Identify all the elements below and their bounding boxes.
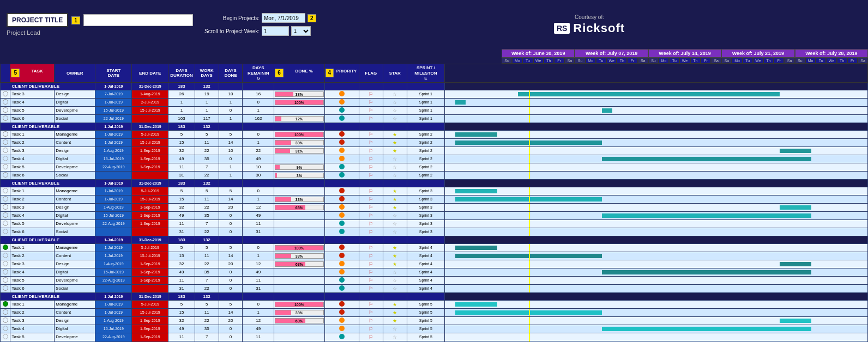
- today-line: [529, 139, 530, 146]
- task-wdays-cell: 11: [195, 138, 219, 146]
- star-icon: ★: [393, 261, 397, 267]
- check-circle[interactable]: [3, 309, 8, 315]
- gantt-bar: [780, 319, 811, 323]
- task-pct-cell: 31%: [274, 146, 324, 155]
- task-start-cell: 1-Jul-2019: [95, 98, 132, 106]
- task-end-cell: 1-Sep-2019: [132, 333, 168, 341]
- check-circle[interactable]: [3, 156, 8, 161]
- task-dur-cell: 32: [168, 146, 195, 155]
- check-circle[interactable]: [3, 139, 8, 145]
- day-cell: Fr: [774, 58, 784, 64]
- check-circle[interactable]: [3, 212, 8, 218]
- task-name-cell: Task 4: [10, 268, 55, 276]
- check-circle[interactable]: [3, 245, 8, 250]
- check-circle[interactable]: [3, 99, 8, 105]
- today-line: [529, 309, 530, 316]
- task-wdays-cell: 19: [195, 90, 219, 98]
- priority-dot: [339, 107, 345, 113]
- check-circle[interactable]: [3, 188, 8, 193]
- today-line: [529, 90, 530, 98]
- priority-dot: [339, 91, 345, 96]
- task-star-cell: ☆: [383, 163, 407, 171]
- col-rem: DAYSREMAINING: [243, 64, 274, 83]
- task-owner-cell: Digital: [55, 268, 95, 276]
- task-owner-cell: Content: [55, 195, 95, 203]
- check-circle[interactable]: [3, 172, 8, 178]
- scroll-select[interactable]: 123: [291, 26, 311, 36]
- check-circle[interactable]: [3, 164, 8, 169]
- task-owner-cell: Content: [55, 252, 95, 260]
- check-circle[interactable]: [3, 148, 8, 153]
- task-gantt-cell: [445, 130, 868, 138]
- flag-icon: ⚐: [369, 108, 373, 113]
- main-table-wrapper[interactable]: 5 TASK OWNER STARTDATE END DATE DAYSDURA…: [0, 64, 868, 342]
- check-circle[interactable]: [3, 221, 8, 226]
- week-cell-1: Week of: July 07, 2019: [575, 49, 648, 58]
- task-dur-cell: 5: [168, 130, 195, 138]
- check-circle[interactable]: [3, 285, 8, 291]
- task-star-cell: ★: [383, 252, 407, 260]
- check-circle[interactable]: [3, 334, 8, 339]
- begin-projects-label: Begin Projects:: [200, 15, 260, 21]
- check-circle[interactable]: [3, 253, 8, 258]
- task-wdays-cell: 7: [195, 333, 219, 341]
- progress-bar: 3%: [275, 173, 323, 178]
- task-flag-cell: ⚐: [359, 276, 383, 284]
- check-circle[interactable]: [3, 277, 8, 283]
- gantt-bar: [602, 108, 612, 113]
- task-end-cell: 1-Sep-2019: [132, 268, 168, 276]
- check-circle[interactable]: [3, 229, 8, 234]
- task-sprint-cell: Sprint 3: [407, 203, 444, 211]
- check-circle[interactable]: [3, 131, 8, 137]
- task-wdays-cell: 22: [195, 203, 219, 211]
- check-circle[interactable]: [3, 301, 8, 307]
- check-circle[interactable]: [3, 204, 8, 210]
- task-priority-cell: [324, 219, 359, 228]
- check-circle[interactable]: [3, 196, 8, 201]
- del-dur: 183: [168, 123, 195, 130]
- task-name-cell: Task 6: [10, 114, 55, 123]
- task-wdays-cell: 11: [195, 195, 219, 203]
- task-row: Task 3 Design 1-Aug-2019 1-Sep-2019 32 2…: [1, 203, 868, 211]
- task-start-cell: 22-Jul-2019: [95, 114, 132, 123]
- task-flag-cell: ⚐: [359, 130, 383, 138]
- check-circle[interactable]: [3, 317, 8, 323]
- task-done-cell: 14: [219, 308, 243, 316]
- check-circle[interactable]: [3, 326, 8, 331]
- progress-bar: 100%: [275, 302, 323, 307]
- gantt-bar: [780, 262, 811, 266]
- priority-dot: [339, 204, 345, 210]
- check-circle[interactable]: [3, 269, 8, 274]
- task-star-cell: ★: [383, 243, 407, 252]
- task-owner-cell: Design: [55, 203, 95, 211]
- task-dur-cell: 49: [168, 155, 195, 163]
- task-star-cell: ★: [383, 308, 407, 316]
- task-done-cell: 0: [219, 211, 243, 219]
- task-rem-cell: 10: [243, 163, 274, 171]
- check-circle[interactable]: [3, 261, 8, 266]
- task-start-cell: 1-Jul-2019: [95, 195, 132, 203]
- priority-dot: [339, 277, 345, 283]
- day-cell: Mo: [805, 58, 816, 64]
- flag-icon: ⚐: [369, 116, 373, 121]
- check-circle[interactable]: [3, 91, 8, 96]
- begin-date-input[interactable]: [262, 13, 305, 23]
- task-row: Task 1 Manageme 1-Jul-2019 5-Jul-2019 5 …: [1, 243, 868, 252]
- task-start-cell: 15-Jul-2019: [95, 268, 132, 276]
- task-star-cell: ★: [383, 203, 407, 211]
- project-title-input[interactable]: [83, 14, 193, 26]
- task-start-cell: 1-Aug-2019: [95, 316, 132, 325]
- check-circle[interactable]: [3, 107, 8, 113]
- scroll-input[interactable]: [262, 26, 289, 36]
- week-header-row: Week of: June 30, 2019 Week of: July 07,…: [0, 49, 868, 58]
- task-end-cell: 1-Sep-2019: [132, 260, 168, 268]
- task-pct-cell: [274, 106, 324, 114]
- task-wdays-cell: 1: [195, 98, 219, 106]
- task-pct-cell: 12%: [274, 114, 324, 123]
- task-gantt-cell: [445, 228, 868, 236]
- check-circle[interactable]: [3, 115, 8, 121]
- task-gantt-cell: [445, 252, 868, 260]
- del-check: [1, 292, 10, 300]
- task-check-cell: [1, 284, 10, 292]
- task-flag-cell: ⚐: [359, 300, 383, 308]
